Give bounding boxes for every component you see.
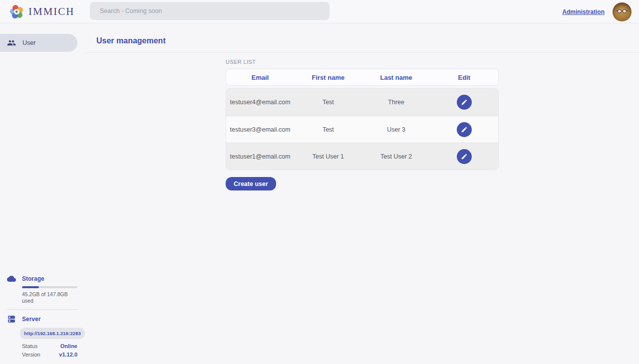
cell-first-name: Test [294,99,362,106]
brand-name: IMMICH [28,5,75,18]
cell-last-name: Three [362,99,430,106]
cell-email: testuser3@email.com [226,126,294,133]
users-icon [7,38,16,47]
cell-edit [430,122,498,137]
storage-section-header: Storage [7,274,77,283]
user-avatar[interactable] [613,2,632,21]
sidebar: User Storage 45.2GB of 147.8GB used Serv… [0,23,77,364]
cell-last-name: Test User 2 [362,153,430,160]
user-list-panel: USER LIST Email First name Last name Edi… [226,59,499,190]
sidebar-nav: User [0,23,77,52]
edit-user-button[interactable] [457,95,472,110]
table-row: testuser4@email.com Test Three [226,89,498,116]
cell-first-name: Test User 1 [294,153,362,160]
column-header-last-name: Last name [362,74,430,81]
sidebar-item-label: User [22,39,35,46]
cell-email: testuser1@email.com [226,153,294,160]
cell-last-name: User 3 [362,126,430,133]
search-input[interactable] [90,2,329,20]
storage-title: Storage [22,275,44,282]
storage-progress-fill [22,286,39,288]
server-version-row: Version v1.12.0 [22,352,77,358]
avatar-glasses [616,9,629,13]
storage-progress-bar [22,286,77,288]
administration-link[interactable]: Administration [562,8,605,15]
version-label: Version [22,352,40,358]
column-header-edit: Edit [430,74,498,81]
column-header-first-name: First name [294,74,362,81]
table-header: Email First name Last name Edit [226,69,499,86]
sidebar-divider [7,309,77,310]
user-table: testuser4@email.com Test Three testuser3… [226,88,499,170]
cloud-icon [7,274,16,283]
version-value: v1.12.0 [59,352,77,358]
sidebar-item-user[interactable]: User [0,34,77,52]
topbar-right: Administration [562,0,632,23]
table-row: testuser1@email.com Test User 1 Test Use… [226,143,498,170]
server-status-row: Status Online [22,343,77,350]
immich-logo-icon [10,5,23,18]
create-user-button[interactable]: Create user [226,177,276,190]
sidebar-status-panel: Storage 45.2GB of 147.8GB used Server ht… [0,274,77,364]
server-section-header: Server [7,315,77,324]
main-content: User management USER LIST Email First na… [77,23,639,364]
page-title: User management [96,36,166,45]
app-logo[interactable]: IMMICH [10,5,75,18]
cell-first-name: Test [294,126,362,133]
logo-center-dot [15,10,18,13]
content-area: USER LIST Email First name Last name Edi… [85,59,639,190]
page-title-bar: User management [85,23,639,53]
cell-edit [430,149,498,164]
edit-user-button[interactable] [457,122,472,137]
server-url-chip: http://192.168.1.216:2283 [20,328,85,339]
storage-usage-text: 45.2GB of 147.8GB used [22,291,77,304]
pencil-icon [461,126,468,133]
server-icon [7,315,16,324]
status-value: Online [60,343,77,350]
column-header-email: Email [226,74,294,81]
server-title: Server [22,316,40,323]
cell-email: testuser4@email.com [226,99,294,106]
top-bar: IMMICH Administration [0,0,639,23]
status-label: Status [22,343,37,350]
cell-edit [430,95,498,110]
user-list-label: USER LIST [226,59,499,65]
pencil-icon [461,153,468,160]
pencil-icon [461,99,468,106]
edit-user-button[interactable] [457,149,472,164]
table-row: testuser3@email.com Test User 3 [226,116,498,143]
